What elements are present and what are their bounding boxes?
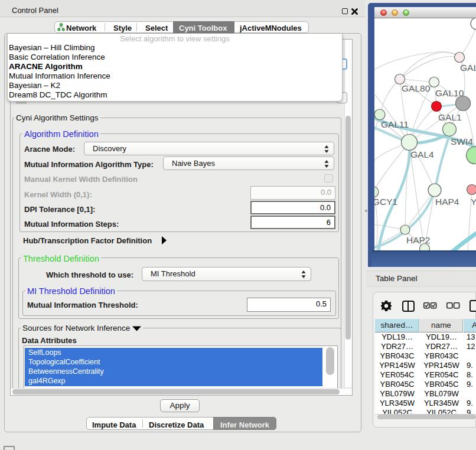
svg-text:GCY1: GCY1 bbox=[374, 197, 397, 207]
svg-text:SWI4: SWI4 bbox=[451, 136, 473, 146]
svg-text:GAL4: GAL4 bbox=[410, 149, 434, 159]
svg-text:GAL10: GAL10 bbox=[435, 88, 464, 98]
svg-text:GAL80: GAL80 bbox=[402, 83, 431, 93]
svg-text:HAP2: HAP2 bbox=[406, 235, 431, 245]
svg-text:GAL1: GAL1 bbox=[438, 112, 462, 122]
svg-text:GAL11: GAL11 bbox=[381, 119, 409, 129]
svg-text:HAP4: HAP4 bbox=[435, 197, 459, 207]
svg-text:GAL7: GAL7 bbox=[460, 63, 476, 73]
svg-text:Y: Y bbox=[471, 197, 476, 207]
